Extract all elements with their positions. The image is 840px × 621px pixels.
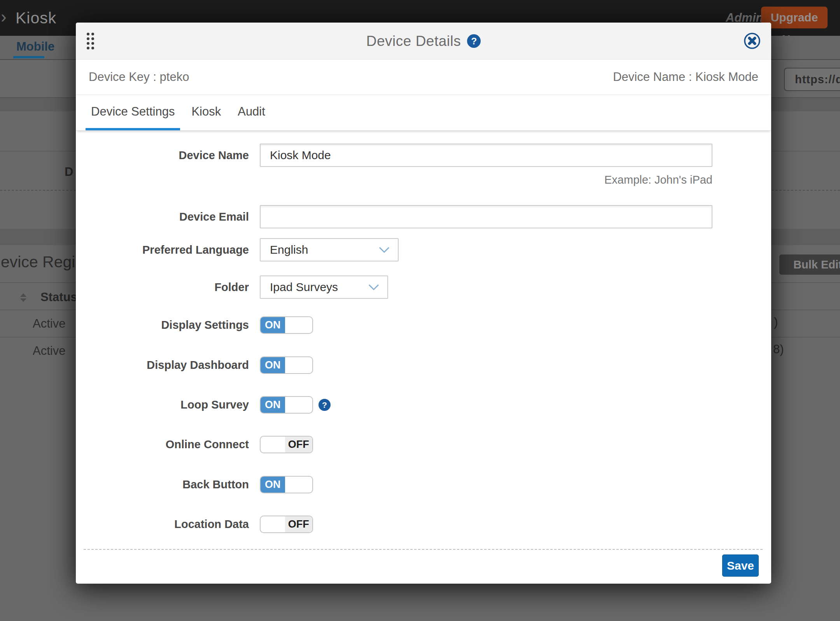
table-row-status: Active	[33, 317, 65, 331]
display-dashboard-label: Display Dashboard	[76, 356, 249, 374]
table-row-fragment: 8)	[773, 342, 784, 356]
location-data-toggle[interactable]: OFF	[260, 516, 313, 533]
save-button[interactable]: Save	[722, 554, 759, 577]
device-settings-form: Device Name Example: John's iPad Device …	[76, 131, 771, 584]
bg-label-fragment: D	[65, 165, 73, 179]
status-column-header[interactable]: Status	[40, 290, 77, 304]
footer-dashed-divider	[84, 549, 763, 550]
share-url-input[interactable]: https://qa.	[784, 68, 840, 91]
device-name-input[interactable]	[260, 144, 712, 167]
folder-label: Folder	[76, 275, 249, 299]
online-connect-toggle[interactable]: OFF	[260, 436, 313, 453]
toggle-state-label: OFF	[285, 437, 312, 453]
device-name-hint: Example: John's iPad	[260, 174, 712, 186]
back-button-toggle[interactable]: ON	[260, 476, 313, 493]
device-details-modal: Device Details ? Device Key : pteko Devi…	[76, 23, 771, 584]
toggle-state-label: ON	[261, 357, 285, 373]
sort-icon[interactable]	[20, 293, 26, 303]
device-name-text: Device Name : Kiosk Mode	[613, 70, 758, 84]
toggle-state-label: ON	[261, 317, 285, 333]
loop-survey-toggle[interactable]: ON	[260, 396, 313, 414]
tab-mobile[interactable]: Mobile	[16, 40, 54, 54]
back-button-label: Back Button	[76, 476, 249, 493]
toggle-state-label: ON	[261, 397, 285, 413]
preferred-language-value: English	[270, 243, 308, 256]
modal-subheader: Device Key : pteko Device Name : Kiosk M…	[76, 60, 771, 95]
table-row-status: Active	[33, 344, 65, 358]
device-key-text: Device Key : pteko	[89, 70, 189, 84]
table-row-fragment: )	[774, 315, 778, 329]
preferred-language-select[interactable]: English	[260, 238, 399, 261]
help-icon[interactable]: ?	[467, 34, 481, 48]
screen: › Kiosk Admin Upgrade Now Mobile https:/…	[0, 0, 840, 621]
folder-select[interactable]: Ipad Surveys	[260, 275, 388, 299]
chevron-down-icon	[378, 246, 390, 253]
bulk-edit-devices-button[interactable]: Bulk Edit Dev	[779, 254, 840, 275]
help-icon[interactable]: ?	[318, 399, 331, 411]
location-data-label: Location Data	[76, 516, 249, 533]
close-icon[interactable]	[743, 32, 761, 50]
modal-header: Device Details ?	[76, 23, 771, 60]
display-settings-toggle[interactable]: ON	[260, 316, 313, 334]
display-dashboard-toggle[interactable]: ON	[260, 356, 313, 374]
preferred-language-label: Preferred Language	[76, 238, 249, 261]
chevron-down-icon	[368, 284, 380, 291]
tab-mobile-underline	[13, 56, 44, 58]
tab-audit[interactable]: Audit	[232, 95, 271, 130]
device-email-input[interactable]	[260, 205, 712, 228]
modal-tabs: Device Settings Kiosk Audit	[76, 95, 771, 131]
tab-device-settings[interactable]: Device Settings	[86, 95, 180, 130]
device-name-label: Device Name	[76, 144, 249, 167]
toggle-state-label: OFF	[285, 516, 312, 532]
tab-kiosk[interactable]: Kiosk	[186, 95, 226, 130]
device-email-label: Device Email	[76, 205, 249, 228]
toggle-state-label: ON	[261, 477, 285, 493]
breadcrumb-chevron-icon: ›	[1, 7, 7, 26]
modal-title: Device Details	[366, 33, 461, 49]
folder-value: Ipad Surveys	[270, 281, 338, 294]
page-title: Kiosk	[16, 0, 56, 36]
display-settings-label: Display Settings	[76, 316, 249, 334]
loop-survey-label: Loop Survey	[76, 396, 249, 414]
online-connect-label: Online Connect	[76, 436, 249, 453]
